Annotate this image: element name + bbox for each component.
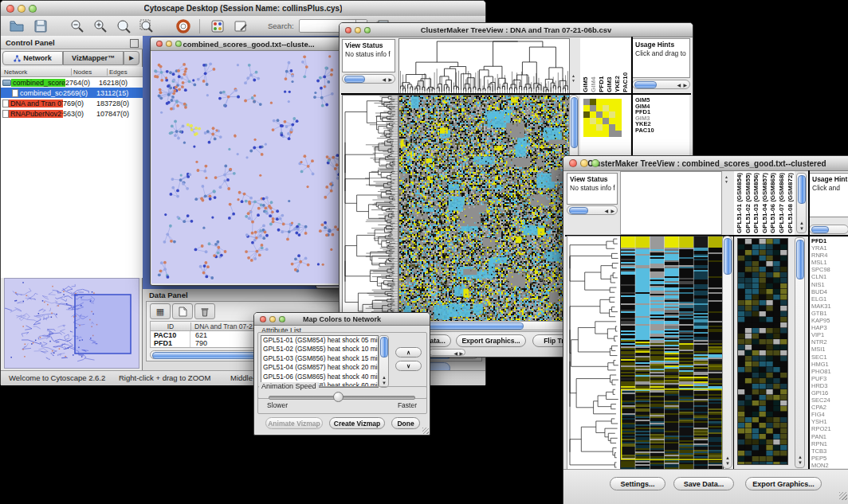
close-button[interactable]	[156, 41, 163, 47]
zoom-out-icon[interactable]	[69, 18, 85, 34]
scrollbar-thumb[interactable]	[796, 240, 804, 279]
resize-grip[interactable]	[422, 428, 429, 434]
network-canvas[interactable]	[151, 51, 344, 283]
matrix-row-label[interactable]: PAC10	[635, 127, 654, 134]
title-bar[interactable]: ClusterMaker TreeView : DNA and Tran 07-…	[340, 23, 693, 37]
condition-scrollbar[interactable]: ▲ ▼	[796, 173, 807, 233]
matrix-cell[interactable]	[590, 99, 596, 105]
attribute-list-item[interactable]: GPL51-01 (GSM854) heat shock 05 min	[261, 336, 378, 345]
network-overview-panel[interactable]	[4, 278, 139, 369]
scroll-down-icon[interactable]: ▼	[382, 381, 387, 385]
resize-grip[interactable]	[839, 492, 847, 500]
gene-label[interactable]: HMG1	[811, 361, 831, 368]
id-column-header[interactable]: ID	[151, 322, 191, 330]
gene-label[interactable]: RPO21	[811, 425, 831, 432]
scrollbar-thumb[interactable]	[571, 97, 578, 148]
matrix-cell[interactable]	[603, 111, 609, 118]
column-network[interactable]: Network	[1, 68, 71, 76]
save-data-button[interactable]: Save Data...	[673, 477, 734, 490]
gene-label[interactable]: NTR2	[811, 338, 831, 346]
view-status-scrollbar[interactable]: ◀ ▶	[342, 74, 395, 84]
matrix-cell[interactable]	[615, 99, 622, 105]
gene-label[interactable]: TCB3	[811, 447, 831, 455]
title-bar[interactable]: Cytoscape Desktop (Session Name: collins…	[1, 1, 485, 17]
annotation-icon[interactable]	[233, 18, 249, 34]
close-button[interactable]	[260, 316, 266, 322]
scroll-left-icon[interactable]: ◀	[604, 209, 608, 213]
zoom-fit-icon[interactable]	[139, 18, 155, 34]
scroll-down-icon[interactable]: ▼	[725, 461, 730, 466]
gene-label[interactable]: GPI16	[811, 389, 831, 397]
gene-label[interactable]: NIS1	[811, 281, 831, 288]
scroll-right-icon[interactable]: ▶	[683, 83, 687, 88]
minimize-button[interactable]	[580, 159, 588, 167]
matrix-cell[interactable]	[583, 105, 590, 111]
matrix-cell[interactable]	[590, 111, 596, 118]
gene-label[interactable]: MON2	[811, 462, 831, 469]
gene-label[interactable]: PFD1	[811, 237, 831, 244]
help-lifesaver-icon[interactable]	[175, 18, 191, 34]
matrix-cell[interactable]	[583, 124, 590, 131]
zoom-heatmap-canvas[interactable]	[737, 238, 788, 465]
tab-overflow-arrow[interactable]: ▶	[124, 51, 139, 65]
select-attributes-icon[interactable]: ▦	[150, 303, 171, 319]
gene-label[interactable]: RNR4	[811, 252, 831, 259]
gene-label[interactable]: CPA2	[811, 404, 831, 411]
scrollbar-thumb[interactable]	[569, 207, 588, 214]
gene-label[interactable]: PUF3	[811, 375, 831, 382]
matrix-cell[interactable]	[583, 99, 590, 105]
matrix-cell[interactable]	[603, 105, 609, 111]
maximize-button[interactable]	[279, 316, 285, 322]
gene-label[interactable]: PHO81	[811, 368, 831, 375]
matrix-cell[interactable]	[590, 105, 596, 111]
matrix-cell[interactable]	[590, 124, 596, 131]
matrix-cell[interactable]	[615, 118, 622, 124]
attribute-list-item[interactable]: GPL51-04 (GSM857) heat shock 20 min	[261, 363, 378, 372]
matrix-cell[interactable]	[609, 99, 615, 105]
gene-label[interactable]: SEC24	[811, 397, 831, 404]
minimize-button[interactable]	[269, 316, 276, 322]
tab-vizmapper[interactable]: VizMapper™	[63, 51, 124, 65]
heatmap-canvas[interactable]	[398, 95, 570, 322]
close-button[interactable]	[6, 5, 14, 13]
gene-label[interactable]: MSL1	[811, 259, 831, 266]
scrollbar-thumb[interactable]	[344, 76, 365, 83]
close-button[interactable]	[345, 27, 351, 33]
maximize-button[interactable]	[591, 159, 599, 167]
gene-label[interactable]: YSH1	[811, 418, 831, 425]
matrix-cell[interactable]	[596, 131, 603, 137]
matrix-cell[interactable]	[603, 118, 609, 124]
scrollbar-thumb[interactable]	[380, 337, 388, 357]
gene-label[interactable]: HAP3	[811, 324, 831, 331]
minimize-button[interactable]	[166, 41, 172, 47]
zoom-selected-icon[interactable]	[116, 18, 132, 34]
close-button[interactable]	[569, 159, 577, 167]
matrix-cell[interactable]	[615, 105, 622, 111]
similarity-matrix[interactable]	[583, 99, 622, 137]
scroll-down-icon[interactable]: ▼	[724, 180, 728, 184]
network-list-row[interactable]: DNA and Tran 07769(0)183728(0)	[1, 98, 143, 108]
maximize-button[interactable]	[29, 5, 37, 13]
scroll-up-icon[interactable]: ▲	[725, 455, 730, 460]
column-dendrogram[interactable]	[398, 38, 570, 96]
move-down-button[interactable]: ∨	[395, 361, 422, 371]
gene-label[interactable]: SEC1	[811, 354, 831, 361]
hints-scrollbar[interactable]	[809, 225, 848, 234]
scroll-up-icon[interactable]: ▲	[798, 455, 803, 459]
gene-label[interactable]: PEP5	[811, 455, 831, 462]
zoom-in-icon[interactable]	[92, 18, 108, 34]
gene-label[interactable]: PAN1	[811, 433, 831, 440]
matrix-cell[interactable]	[603, 131, 609, 137]
gene-label[interactable]: CLN1	[811, 273, 831, 280]
scroll-up-icon[interactable]: ▲	[382, 375, 387, 380]
mini-scroll-arrows[interactable]: ▲▼	[724, 175, 728, 184]
attribute-list-item[interactable]: GPL51-02 (GSM855) heat shock 10 min	[261, 345, 378, 354]
minimize-button[interactable]	[18, 5, 26, 13]
column-edges[interactable]: Edges	[107, 68, 143, 76]
export-graphics-button[interactable]: Export Graphics...	[456, 334, 526, 347]
matrix-cell[interactable]	[583, 111, 590, 118]
matrix-cell[interactable]	[590, 118, 596, 124]
float-panel-icon[interactable]	[130, 39, 139, 48]
matrix-cell[interactable]	[596, 111, 603, 118]
title-bar[interactable]: Map Colors to Network	[254, 313, 430, 326]
